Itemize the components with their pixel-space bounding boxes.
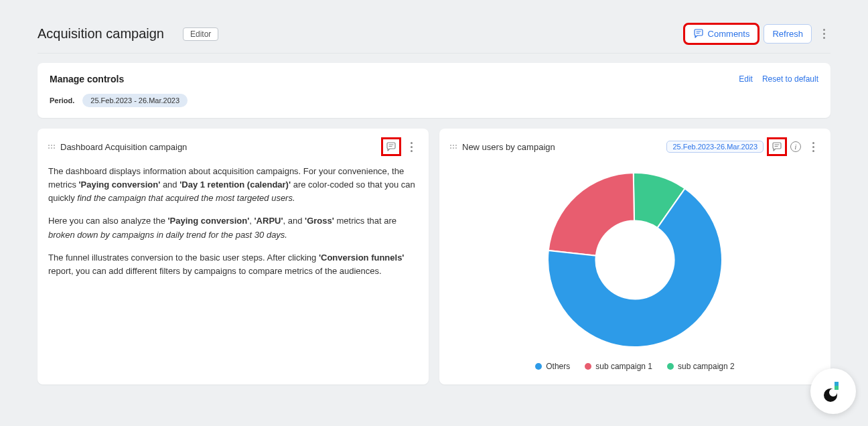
legend-item-others[interactable]: Others: [535, 362, 570, 371]
chart-legend: Others sub campaign 1 sub campaign 2: [535, 362, 734, 371]
legend-item-sub2[interactable]: sub campaign 2: [667, 362, 735, 371]
swatch-sub2: [667, 363, 674, 370]
panel-comments-button[interactable]: [769, 139, 785, 154]
comment-icon: [772, 142, 782, 152]
panel-date-range-chip[interactable]: 25.Feb.2023-26.Mar.2023: [666, 141, 764, 153]
refresh-button[interactable]: Refresh: [764, 24, 812, 44]
manage-controls-card: Manage controls Edit Reset to default Pe…: [38, 63, 830, 118]
comments-label: Comments: [708, 29, 750, 39]
drag-handle-icon[interactable]: [450, 142, 457, 151]
panel-title: Dashboard Acquisition campaign: [60, 142, 187, 152]
edit-link[interactable]: Edit: [739, 74, 753, 84]
panel-more-menu[interactable]: [806, 138, 820, 155]
legend-item-sub1[interactable]: sub campaign 1: [585, 362, 652, 371]
swatch-others: [535, 363, 542, 370]
panel-title: New users by campaign: [462, 142, 555, 152]
comment-icon: [386, 142, 396, 152]
period-label: Period.: [50, 96, 74, 104]
swatch-sub1: [585, 363, 591, 370]
page-header: Acquisition campaign Editor Comments Ref…: [38, 19, 830, 54]
panel-more-menu[interactable]: [405, 138, 418, 155]
header-more-menu[interactable]: [817, 25, 830, 43]
comment-icon: [693, 29, 704, 39]
page-title: Acquisition campaign: [38, 26, 164, 42]
drag-handle-icon[interactable]: [48, 142, 55, 151]
info-icon[interactable]: i: [790, 141, 801, 152]
dashboard-description-panel: Dashboard Acquisition campaign The dashb…: [38, 129, 429, 384]
period-chip[interactable]: 25.Feb.2023 - 26.Mar.2023: [82, 94, 188, 107]
refresh-label: Refresh: [772, 29, 803, 39]
new-users-chart-panel: New users by campaign 25.Feb.2023-26.Mar…: [439, 129, 830, 384]
description-paragraph: Here you can also analyze the 'Paying co…: [48, 214, 418, 241]
panel-body: The dashboard displays information about…: [48, 165, 418, 287]
svg-rect-7: [835, 386, 839, 390]
reset-default-link[interactable]: Reset to default: [762, 74, 818, 84]
brand-badge: [810, 368, 856, 414]
donut-chart: [541, 166, 729, 354]
manage-controls-title: Manage controls: [50, 74, 124, 84]
description-paragraph: The dashboard displays information about…: [48, 165, 418, 205]
editor-badge: Editor: [183, 27, 218, 41]
brand-logo-icon: [820, 378, 847, 405]
panel-comments-button[interactable]: [383, 139, 399, 154]
svg-rect-6: [835, 382, 839, 386]
comments-button[interactable]: Comments: [684, 24, 759, 44]
description-paragraph: The funnel illustrates conversion to the…: [48, 251, 418, 278]
